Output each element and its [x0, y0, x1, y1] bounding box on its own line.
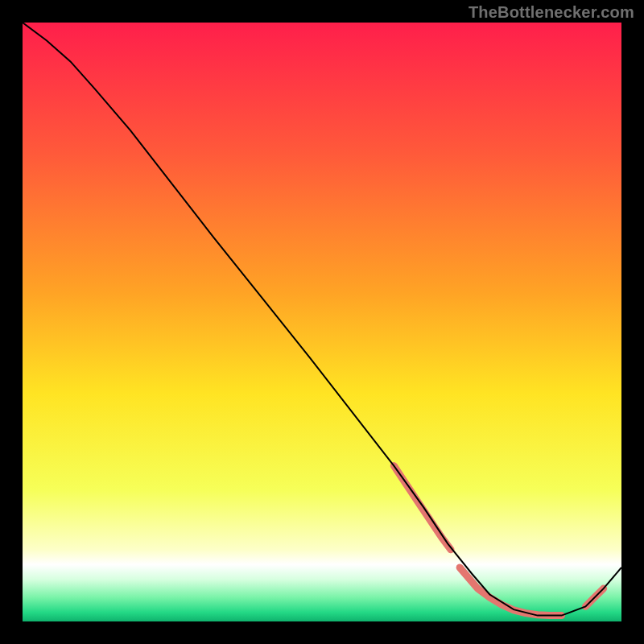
watermark-text: TheBottlenecker.com: [469, 3, 634, 22]
chart-svg: [23, 23, 621, 621]
plot-area: [23, 23, 621, 621]
gradient-background: [23, 23, 621, 621]
chart-stage: TheBottlenecker.com: [0, 0, 644, 644]
